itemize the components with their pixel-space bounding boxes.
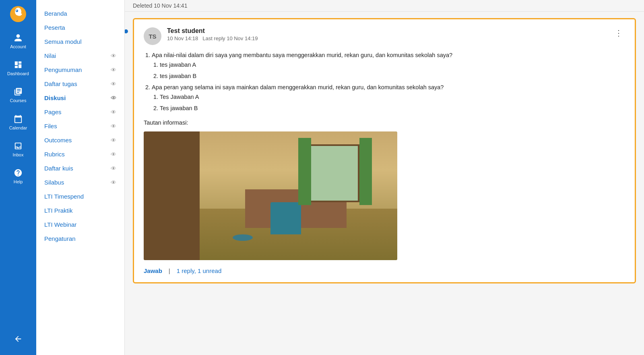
nav-item-inbox[interactable]: Inbox (2, 136, 34, 162)
courses-icon (12, 86, 24, 97)
dashboard-icon (12, 59, 24, 70)
course-nav-item-semua-modul[interactable]: Semua modul (36, 35, 124, 49)
reply-info[interactable]: 1 reply, 1 unread (177, 267, 221, 274)
q1-answer-1: tes jawaban A (160, 60, 625, 70)
course-nav-label-rubrics: Rubrics (44, 151, 65, 158)
post-footer: Jawab | 1 reply, 1 unread (144, 262, 625, 274)
avatar: TS (144, 27, 161, 45)
course-nav-label-lti-praktik: LTI Praktik (44, 207, 73, 214)
course-nav-label-files: Files (44, 123, 57, 129)
avatar-initials: TS (149, 33, 156, 40)
course-nav-label-daftar-kuis: Daftar kuis (44, 165, 73, 172)
course-nav-item-daftar-kuis[interactable]: Daftar kuis👁 (36, 161, 124, 175)
calendar-icon (12, 113, 24, 125)
room-image (144, 131, 397, 260)
account-icon (12, 32, 24, 43)
post-container: TS Test student 10 Nov 14:18 Last reply … (133, 18, 636, 283)
course-nav-label-pages: Pages (44, 109, 62, 115)
post-header: TS Test student 10 Nov 14:18 Last reply … (144, 27, 625, 45)
question-1: Apa nilai-nilai dalam diri saya yang mem… (152, 52, 452, 58)
course-nav-item-nilai[interactable]: Nilai👁 (36, 49, 124, 63)
post-content: Apa nilai-nilai dalam diri saya yang mem… (144, 51, 625, 260)
course-nav-label-peserta: Peserta (44, 24, 65, 31)
inbox-icon (12, 140, 24, 152)
app-logo[interactable] (8, 4, 28, 24)
post-author: Test student (167, 27, 612, 35)
course-nav-item-outcomes[interactable]: Outcomes👁 (36, 133, 124, 147)
q2-answer-1: Tes Jawaban A (160, 92, 625, 102)
course-nav-label-daftar-tugas: Daftar tugas (44, 80, 77, 87)
discussion-area: TS Test student 10 Nov 14:18 Last reply … (125, 12, 644, 355)
course-nav-label-semua-modul: Semua modul (44, 38, 82, 45)
course-nav-item-rubrics[interactable]: Rubrics👁 (36, 147, 124, 161)
course-navigation: BerandaPesertaSemua modulNilai👁Pengumuma… (36, 0, 125, 355)
course-nav-item-pengumuman[interactable]: Pengumuman👁 (36, 63, 124, 77)
course-nav-label-lti-timespend: LTI Timespend (44, 193, 84, 200)
eye-icon-outcomes[interactable]: 👁 (111, 137, 116, 144)
course-nav-item-lti-praktik[interactable]: LTI Praktik (36, 203, 124, 218)
eye-icon-daftar-tugas[interactable]: 👁 (111, 81, 116, 87)
dashboard-label: Dashboard (7, 71, 29, 76)
course-nav-label-diskusi: Diskusi (44, 94, 66, 101)
unread-dot (125, 29, 128, 33)
nav-bottom (2, 329, 34, 355)
course-nav-item-lti-timespend[interactable]: LTI Timespend (36, 189, 124, 203)
course-nav-item-pages[interactable]: Pages👁 (36, 105, 124, 119)
deleted-banner: Deleted 10 Nov 14:41 (125, 0, 644, 12)
nav-item-calendar[interactable]: Calendar (2, 109, 34, 135)
eye-icon-silabus[interactable]: 👁 (111, 179, 116, 186)
post-time: 10 Nov 14:18 Last reply 10 Nov 14:19 (167, 35, 612, 41)
help-label: Help (14, 179, 23, 185)
eye-icon-files[interactable]: 👁 (111, 123, 116, 129)
jawab-button[interactable]: Jawab (144, 267, 162, 274)
course-nav-label-nilai: Nilai (44, 52, 56, 59)
q2-answer-2: Tes jawaban B (160, 104, 625, 113)
course-nav-label-pengumuman: Pengumuman (44, 66, 82, 73)
back-icon (12, 333, 24, 345)
eye-icon-pages[interactable]: 👁 (111, 109, 116, 115)
course-nav-label-outcomes: Outcomes (44, 137, 72, 144)
q1-answer-2: tes jawaban B (160, 72, 625, 81)
course-nav-item-peserta[interactable]: Peserta (36, 21, 124, 35)
question-2: Apa peran yang selama ini saya mainkan d… (152, 84, 444, 90)
course-nav-item-lti-webinar[interactable]: LTI Webinar (36, 218, 124, 232)
nav-item-account[interactable]: Account (2, 28, 34, 53)
nav-item-courses[interactable]: Courses (2, 82, 34, 107)
course-nav-item-diskusi[interactable]: Diskusi👁 (36, 91, 124, 105)
course-nav-item-files[interactable]: Files👁 (36, 119, 124, 133)
course-nav-item-daftar-tugas[interactable]: Daftar tugas👁 (36, 77, 124, 91)
course-nav-label-beranda: Beranda (44, 10, 67, 17)
nav-back-button[interactable] (2, 329, 34, 349)
course-nav-label-silabus: Silabus (44, 179, 64, 186)
post-meta: Test student 10 Nov 14:18 Last reply 10 … (167, 27, 612, 41)
main-content: Deleted 10 Nov 14:41 TS Test student 10 … (125, 0, 644, 355)
course-nav-label-lti-webinar: LTI Webinar (44, 221, 76, 228)
course-nav-item-beranda[interactable]: Beranda (36, 6, 124, 21)
svg-point-3 (16, 10, 17, 11)
inbox-label: Inbox (13, 152, 24, 158)
tautan-label: Tautan informasi: (144, 118, 625, 128)
eye-icon-pengumuman[interactable]: 👁 (111, 67, 116, 73)
course-nav-item-silabus[interactable]: Silabus👁 (36, 175, 124, 189)
global-navigation: Account Dashboard Courses Calendar Inbox… (0, 0, 36, 355)
course-nav-item-pengaturan[interactable]: Pengaturan (36, 232, 124, 246)
courses-label: Courses (10, 98, 27, 103)
course-nav-label-pengaturan: Pengaturan (44, 235, 76, 242)
reply-separator: | (169, 267, 170, 274)
account-label: Account (10, 44, 26, 49)
eye-icon-daftar-kuis[interactable]: 👁 (111, 165, 116, 172)
nav-item-dashboard[interactable]: Dashboard (2, 55, 34, 80)
post-menu-button[interactable]: ⋮ (612, 27, 625, 39)
calendar-label: Calendar (9, 125, 27, 131)
eye-icon-diskusi[interactable]: 👁 (111, 95, 116, 101)
eye-icon-nilai[interactable]: 👁 (111, 53, 116, 59)
help-icon (12, 167, 24, 179)
eye-icon-rubrics[interactable]: 👁 (111, 151, 116, 158)
post-card: TS Test student 10 Nov 14:18 Last reply … (133, 18, 636, 283)
nav-item-help[interactable]: Help (2, 163, 34, 189)
